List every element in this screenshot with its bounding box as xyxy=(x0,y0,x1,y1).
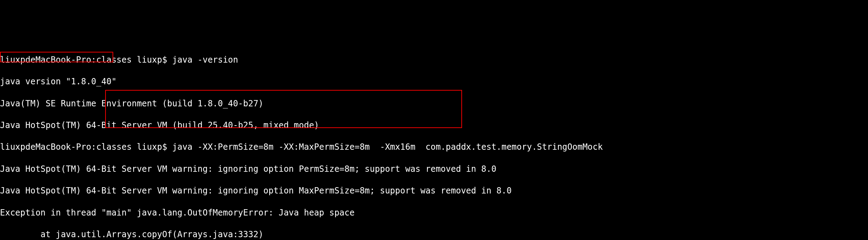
terminal-line: Java HotSpot(TM) 64-Bit Server VM (build… xyxy=(0,120,868,131)
terminal-line: at java.util.Arrays.copyOf(Arrays.java:3… xyxy=(0,229,868,240)
terminal-line: Java HotSpot(TM) 64-Bit Server VM warnin… xyxy=(0,185,868,196)
terminal-line: liuxpdeMacBook-Pro:classes liuxp$ java -… xyxy=(0,142,868,153)
terminal-line: Exception in thread "main" java.lang.Out… xyxy=(0,207,868,218)
terminal-line: java version "1.8.0_40" xyxy=(0,76,868,87)
terminal-line: Java HotSpot(TM) 64-Bit Server VM warnin… xyxy=(0,164,868,175)
terminal-line: Java(TM) SE Runtime Environment (build 1… xyxy=(0,98,868,109)
terminal-line: liuxpdeMacBook-Pro:classes liuxp$ java -… xyxy=(0,55,868,65)
terminal-output: liuxpdeMacBook-Pro:classes liuxp$ java -… xyxy=(0,44,868,240)
